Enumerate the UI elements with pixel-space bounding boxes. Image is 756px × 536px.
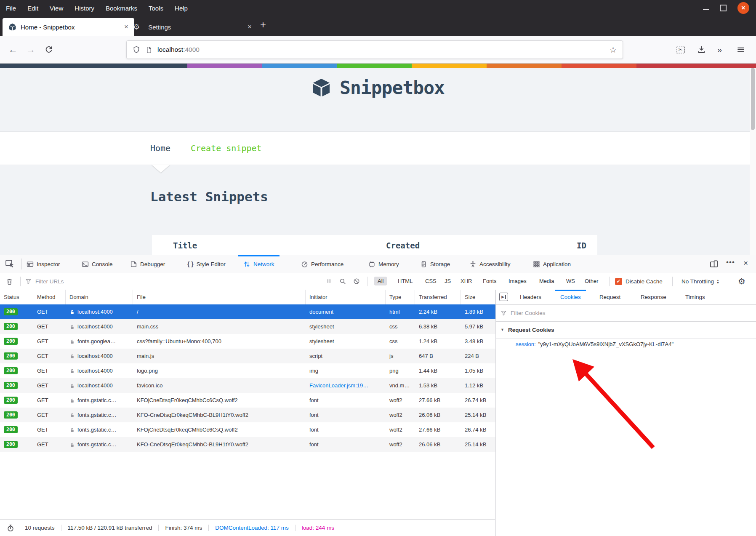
type-filter-xhr[interactable]: XHR xyxy=(457,277,475,285)
minimize-button[interactable] xyxy=(703,9,709,10)
network-request-row[interactable]: 200GETfonts.gstatic.c…KFO-CneDtsqEr0keqC… xyxy=(0,408,495,422)
details-tab-timings[interactable]: Timings xyxy=(685,290,705,304)
tab-home-snippetbox[interactable]: Home - Snippetbox × xyxy=(3,18,134,36)
network-request-row[interactable]: 200GETlocalhost:4000main.jsscriptjs647 B… xyxy=(0,349,495,363)
details-tab-response[interactable]: Response xyxy=(641,290,666,304)
pick-element-icon[interactable] xyxy=(5,259,14,268)
devtools-tab-performance[interactable]: Performance xyxy=(301,255,343,273)
type-filter-html[interactable]: HTML xyxy=(394,277,416,285)
devtools-tab-inspector[interactable]: Inspector xyxy=(27,255,60,273)
network-column-type[interactable]: Type xyxy=(386,290,415,304)
new-tab-button[interactable]: + xyxy=(258,19,269,31)
network-column-initiator[interactable]: Initiator xyxy=(306,290,386,304)
search-icon[interactable] xyxy=(339,278,346,285)
menu-edit[interactable]: Edit xyxy=(27,5,38,12)
play-icon[interactable]: ▶ xyxy=(499,293,508,301)
devtools-tab-application[interactable]: Application xyxy=(533,255,571,273)
site-brand[interactable]: Snippetbox xyxy=(0,77,756,98)
menu-view[interactable]: View xyxy=(50,5,63,12)
block-icon[interactable] xyxy=(353,278,360,285)
navigation-toolbar: ← → localhost:4000 ☆ ✂ » xyxy=(0,36,756,64)
menu-file[interactable]: File xyxy=(6,5,16,12)
cell-status: 200 xyxy=(0,393,33,408)
details-tab-headers[interactable]: Headers xyxy=(520,290,541,304)
back-icon[interactable]: ← xyxy=(8,45,18,54)
devtools-tab-storage[interactable]: Storage xyxy=(420,255,450,273)
maximize-button[interactable] xyxy=(720,5,727,11)
cell-type: css xyxy=(386,319,415,334)
request-details-panel: ▶ HeadersCookiesRequestResponseTimings F… xyxy=(495,290,756,536)
network-column-domain[interactable]: Domain xyxy=(66,290,133,304)
filter-urls-input[interactable]: Filter URLs xyxy=(35,273,64,290)
type-filter-all[interactable]: All xyxy=(374,277,387,285)
filter-cookies-input[interactable]: Filter Cookies xyxy=(511,310,546,316)
network-column-file[interactable]: File xyxy=(133,290,306,304)
disable-cache-label[interactable]: Disable Cache xyxy=(626,273,663,290)
type-filter-fonts[interactable]: Fonts xyxy=(479,277,500,285)
network-request-row[interactable]: 200GETlocalhost:4000main.cssstylesheetcs… xyxy=(0,319,495,334)
devtools-tab-style-editor[interactable]: { }Style Editor xyxy=(187,255,226,273)
network-request-row[interactable]: 200GETlocalhost:4000/documenthtml2.24 kB… xyxy=(0,304,495,319)
download-icon[interactable] xyxy=(697,45,706,54)
type-filter-media[interactable]: Media xyxy=(536,277,557,285)
hamburger-menu-icon[interactable] xyxy=(737,45,745,54)
screenshot-icon[interactable]: ✂ xyxy=(676,46,685,53)
close-tab-icon[interactable]: × xyxy=(246,23,253,31)
clear-requests-trash-icon[interactable] xyxy=(6,278,13,285)
network-request-row[interactable]: 200GETlocalhost:4000favicon.icoFaviconLo… xyxy=(0,378,495,393)
throttling-dropdown[interactable]: No Throttling ▲▼ xyxy=(681,273,719,290)
network-request-row[interactable]: 200GETfonts.gstatic.c…KFO-CneDtsqEr0keqC… xyxy=(0,437,495,452)
close-window-button[interactable]: × xyxy=(737,2,749,14)
menu-help[interactable]: Help xyxy=(175,5,188,12)
stripe-segment xyxy=(562,64,636,68)
devtools-tab-memory[interactable]: Memory xyxy=(368,255,399,273)
details-tab-request[interactable]: Request xyxy=(599,290,620,304)
request-cookies-section[interactable]: ▼ Request Cookies xyxy=(496,321,756,339)
network-settings-gear-icon[interactable]: ⚙ xyxy=(738,273,745,290)
session-cookie-row[interactable]: session:"y9y1-mXyQUoAM6V5s9lXNjbZ_vXSGkO… xyxy=(516,341,673,347)
network-column-transferred[interactable]: Transferred xyxy=(415,290,461,304)
url-bar[interactable]: localhost:4000 ☆ xyxy=(126,40,623,59)
type-filter-css[interactable]: CSS xyxy=(422,277,440,285)
pause-icon[interactable] xyxy=(326,278,332,284)
type-filter-ws[interactable]: WS xyxy=(563,277,578,285)
column-id: ID xyxy=(577,241,586,250)
type-filter-other[interactable]: Other xyxy=(581,277,602,285)
devtools-tab-console[interactable]: Console xyxy=(82,255,113,273)
shield-icon[interactable] xyxy=(133,46,140,53)
nav-link-home[interactable]: Home xyxy=(150,132,170,165)
menu-bookmarks[interactable]: Bookmarks xyxy=(106,5,137,12)
page-scrollbar[interactable] xyxy=(750,68,756,255)
menu-tools[interactable]: Tools xyxy=(149,5,163,12)
scrollbar-thumb[interactable] xyxy=(751,68,755,130)
type-filter-js[interactable]: JS xyxy=(441,277,454,285)
devtools-tab-network[interactable]: Network xyxy=(243,255,274,273)
network-column-size[interactable]: Size xyxy=(461,290,495,304)
nav-link-create-snippet[interactable]: Create snippet xyxy=(191,132,262,165)
forward-icon[interactable]: → xyxy=(26,45,35,54)
meatball-menu-icon[interactable]: ••• xyxy=(726,258,735,267)
cell-file: favicon.ico xyxy=(133,378,306,393)
bookmark-star-icon[interactable]: ☆ xyxy=(610,45,617,55)
network-request-row[interactable]: 200GETfonts.googlea…css?family=Ubuntu+Mo… xyxy=(0,334,495,349)
network-filter-row: Filter URLs AllHTMLCSSJSXHRFontsImagesMe… xyxy=(0,273,756,290)
devtools-tab-accessibility[interactable]: Accessibility xyxy=(469,255,511,273)
overflow-chevrons-icon[interactable]: » xyxy=(717,45,722,54)
page-icon[interactable] xyxy=(145,46,152,53)
reload-icon[interactable] xyxy=(45,45,53,54)
devtools-tab-debugger[interactable]: Debugger xyxy=(130,255,165,273)
close-devtools-icon[interactable]: × xyxy=(743,259,748,268)
network-request-row[interactable]: 200GETfonts.gstatic.c…KFOjCneDtsqEr0keqC… xyxy=(0,422,495,437)
type-filter-images[interactable]: Images xyxy=(505,277,530,285)
network-column-status[interactable]: Status xyxy=(0,290,33,304)
tab-settings[interactable]: ⚙ Settings × xyxy=(126,18,258,36)
network-column-method[interactable]: Method xyxy=(33,290,66,304)
disable-cache-checkbox[interactable]: ✓ xyxy=(615,278,622,285)
network-request-row[interactable]: 200GETfonts.gstatic.c…KFOjCneDtsqEr0keqC… xyxy=(0,393,495,408)
cell-transferred: 1.24 kB xyxy=(415,334,461,349)
cell-file: logo.png xyxy=(133,363,306,378)
menu-history[interactable]: History xyxy=(75,5,94,12)
network-request-row[interactable]: 200GETlocalhost:4000logo.pngimgpng1.44 k… xyxy=(0,363,495,378)
details-tab-cookies[interactable]: Cookies xyxy=(560,290,581,304)
responsive-design-icon[interactable] xyxy=(710,260,718,268)
